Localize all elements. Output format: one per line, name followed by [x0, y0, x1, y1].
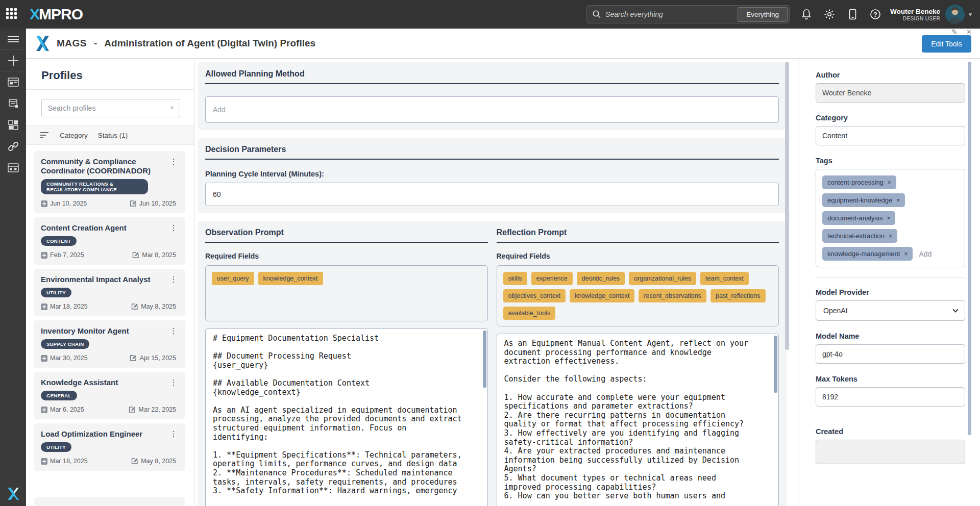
profile-card[interactable]: Content Creation Agent ⋮ CONTENT Feb 7, …: [34, 217, 185, 265]
category-input[interactable]: [816, 126, 965, 145]
tag-pill[interactable]: equipment-knowledge×: [822, 193, 905, 207]
link-icon[interactable]: [0, 136, 26, 157]
remove-tag-icon[interactable]: ×: [904, 250, 908, 258]
tags-box[interactable]: content-processing× equipment-knowledge×…: [816, 169, 965, 267]
title-separator: -: [94, 38, 97, 49]
max-tokens-input[interactable]: [816, 387, 965, 407]
modified-date: Mar 8, 2025: [132, 251, 176, 259]
required-field-tag[interactable]: organizational_rules: [629, 272, 696, 285]
required-field-tag[interactable]: team_context: [700, 272, 749, 285]
kebab-menu-icon[interactable]: ⋮: [169, 429, 178, 439]
max-tokens-label: Max Tokens: [816, 375, 965, 383]
user-caret-icon[interactable]: ▼: [968, 12, 973, 17]
tag-pill[interactable]: knowledge-management×: [822, 247, 913, 261]
profile-card[interactable]: Knowledge Assistant ⋮ GENERAL Mar 6, 202…: [34, 372, 185, 419]
required-field-tag[interactable]: past_reflections: [710, 289, 766, 302]
planning-method-add-input[interactable]: [205, 96, 779, 123]
remove-tag-icon[interactable]: ×: [896, 197, 900, 204]
profile-card[interactable]: Community & Compliance Coordinator (COOR…: [34, 151, 185, 213]
search-scope-button[interactable]: Everything: [738, 7, 788, 22]
notifications-bell-icon[interactable]: [801, 9, 812, 20]
tag-pill[interactable]: document-analysis×: [822, 211, 895, 225]
add-plus-icon[interactable]: [0, 50, 26, 71]
model-name-input[interactable]: [816, 344, 965, 364]
required-field-tag[interactable]: objectives_context: [503, 289, 566, 302]
profile-card[interactable]: Inventory Monitor Agent ⋮ SUPPLY CHAIN M…: [34, 320, 185, 368]
kebab-menu-icon[interactable]: ⋮: [169, 326, 178, 336]
section-rule: [497, 242, 779, 243]
profile-card-partial[interactable]: [34, 497, 185, 506]
profiles-search-input[interactable]: [41, 99, 180, 117]
kebab-menu-icon[interactable]: ⋮: [169, 275, 178, 284]
main-scrollbar[interactable]: [785, 62, 789, 350]
edit-pencil-icon[interactable]: ✎: [951, 28, 958, 37]
user-menu[interactable]: Wouter Beneke DESIGN USER: [890, 8, 940, 21]
profiles-search: ×: [41, 99, 180, 117]
reflection-required-fields: skillsexperiencedeontic_rulesorganizatio…: [497, 265, 779, 326]
forms-icon[interactable]: [0, 157, 26, 179]
kebab-menu-icon[interactable]: ⋮: [169, 378, 178, 387]
reflection-prompt-textarea[interactable]: As an Equipment Manual Content Agent, re…: [497, 334, 779, 506]
filter-category[interactable]: Category: [60, 132, 88, 139]
topbar-icons: ?: [801, 9, 881, 20]
section-rule: [205, 83, 779, 84]
required-field-tag[interactable]: recent_observations: [639, 289, 706, 302]
xmpro-x-logo[interactable]: [7, 487, 20, 501]
filter-icon[interactable]: [40, 132, 50, 139]
screen: XMPRO Everything ? Wouter Beneke: [0, 0, 980, 506]
profile-card[interactable]: Environmental Impact Analyst ⋮ UTILITY M…: [34, 269, 185, 316]
required-field-tag[interactable]: available_tools: [503, 307, 556, 320]
reflection-title: Reflection Prompt: [497, 228, 779, 237]
prompts-section: Observation Prompt Required Fields user_…: [198, 221, 787, 506]
close-icon[interactable]: ✕: [966, 28, 972, 36]
menu-hamburger-icon[interactable]: [0, 29, 26, 50]
textarea-scrollbar[interactable]: [483, 331, 486, 388]
dashboard-icon[interactable]: [0, 71, 26, 93]
model-provider-select[interactable]: OpenAI: [816, 300, 965, 321]
observation-prompt-textarea[interactable]: # Equipment Documentation Specialist ## …: [205, 328, 488, 506]
allowed-planning-section: Allowed Planning Method: [198, 62, 787, 130]
modified-date: May 8, 2025: [131, 303, 176, 310]
data-stream-icon[interactable]: [0, 93, 26, 114]
created-date: Jun 10, 2025: [41, 200, 87, 207]
created-plus-icon: [41, 355, 47, 362]
filter-status[interactable]: Status (1): [98, 132, 128, 139]
planning-cycle-interval-input[interactable]: [205, 183, 779, 206]
edit-tools-button[interactable]: Edit Tools: [922, 35, 971, 53]
required-field-tag[interactable]: experience: [531, 272, 573, 285]
mobile-device-icon[interactable]: [847, 9, 858, 20]
help-icon[interactable]: ?: [870, 9, 881, 20]
required-field-tag[interactable]: knowledge_context: [570, 289, 634, 302]
remove-tag-icon[interactable]: ×: [888, 179, 891, 186]
page-title: Administration of Agent (Digital Twin) P…: [104, 38, 315, 49]
settings-gear-icon[interactable]: [824, 9, 835, 20]
search-input[interactable]: [601, 10, 738, 18]
search-icon: [592, 10, 601, 19]
required-field-tag[interactable]: knowledge_context: [258, 272, 323, 285]
apps-grid-icon[interactable]: [6, 8, 18, 20]
clear-search-icon[interactable]: ×: [169, 103, 174, 112]
profile-card[interactable]: Load Optimization Engineer ⋮ UTILITY Mar…: [34, 423, 185, 471]
required-field-tag[interactable]: skills: [503, 272, 527, 285]
model-name-label: Model Name: [816, 332, 965, 340]
model-provider-label: Model Provider: [816, 288, 965, 296]
required-field-tag[interactable]: user_query: [212, 272, 254, 285]
textarea-scrollbar[interactable]: [774, 336, 777, 393]
add-tag-label[interactable]: Add: [919, 250, 932, 258]
tag-pill[interactable]: content-processing×: [822, 175, 896, 189]
modified-pencil-icon: [129, 406, 136, 413]
kebab-menu-icon[interactable]: ⋮: [169, 223, 178, 233]
modified-pencil-icon: [131, 458, 138, 465]
required-fields-label: Required Fields: [205, 252, 488, 260]
widgets-icon[interactable]: [0, 114, 26, 136]
panel-scrollbar[interactable]: [968, 62, 971, 435]
xmpro-logo[interactable]: XMPRO: [30, 6, 83, 23]
tag-pill[interactable]: technical-extraction×: [822, 229, 897, 243]
remove-tag-icon[interactable]: ×: [887, 215, 890, 222]
remove-tag-icon[interactable]: ×: [889, 233, 892, 240]
kebab-menu-icon[interactable]: ⋮: [169, 157, 178, 166]
decision-parameters-section: Decision Parameters Planning Cycle Inter…: [198, 138, 787, 213]
observation-title: Observation Prompt: [205, 228, 488, 237]
required-field-tag[interactable]: deontic_rules: [577, 272, 625, 285]
avatar[interactable]: [945, 5, 965, 24]
